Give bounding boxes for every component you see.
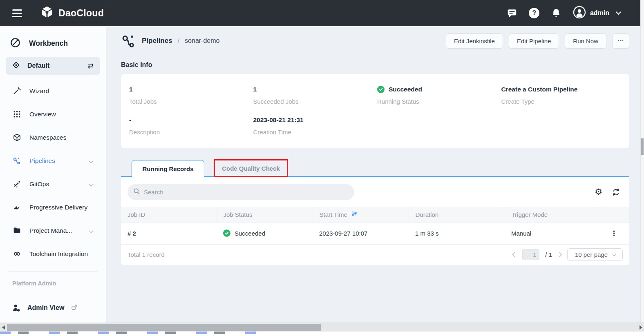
- main-content: Pipelines / sonar-demo Edit Jenkinsfile …: [106, 26, 644, 334]
- sidebar-item-gitops[interactable]: GitOps: [6, 172, 100, 196]
- start-time-cell: 2023-09-27 10:07: [313, 222, 409, 244]
- column-start-time[interactable]: Start Time: [313, 207, 409, 222]
- top-navbar: DaoCloud ?: [0, 0, 644, 26]
- settings-gear-icon[interactable]: ⚙: [595, 188, 602, 196]
- run-now-button[interactable]: Run Now: [565, 33, 606, 49]
- grid-dots-icon: [12, 110, 22, 118]
- horizontal-scrollbar-thumb[interactable]: [7, 324, 321, 331]
- help-icon[interactable]: ?: [529, 8, 540, 19]
- cube-icon: [12, 133, 22, 142]
- edit-pipeline-button[interactable]: Edit Pipeline: [509, 33, 559, 49]
- username: admin: [590, 9, 609, 17]
- duration-cell: 1 m 33 s: [409, 222, 505, 244]
- sidebar-item-admin-view[interactable]: Admin View: [6, 303, 100, 312]
- tab-running-records[interactable]: Running Records: [132, 160, 204, 177]
- refresh-icon[interactable]: [612, 188, 620, 196]
- scroll-left-arrow-icon[interactable]: [0, 323, 7, 332]
- chevron-down-icon: [616, 9, 621, 15]
- next-page-icon[interactable]: [557, 252, 562, 257]
- horizontal-scrollbar[interactable]: [0, 323, 644, 332]
- page-count: / 1: [545, 251, 552, 258]
- sidebar-item-project-management[interactable]: Project Mana...: [6, 219, 100, 242]
- tabs: Running Records Code Quality Check: [121, 159, 629, 176]
- vertical-scrollbar-thumb[interactable]: [641, 138, 644, 155]
- stat-create-type: Create a Custom Pipeline Create Type: [501, 85, 626, 105]
- chat-icon[interactable]: [507, 8, 518, 19]
- switch-workspace-icon[interactable]: ⇄: [88, 62, 94, 70]
- chevron-down-icon: [89, 228, 93, 233]
- brand-name: DaoCloud: [58, 8, 104, 19]
- navbar-actions: ? admin: [507, 6, 620, 20]
- workspace-name: Default: [27, 62, 88, 69]
- column-duration[interactable]: Duration: [409, 207, 505, 222]
- success-check-icon: [377, 86, 385, 93]
- admin-user-icon: [11, 303, 21, 312]
- column-actions: [599, 207, 629, 222]
- breadcrumb-separator: /: [178, 37, 179, 45]
- status-badge: Succeeded: [235, 230, 265, 237]
- column-trigger-mode[interactable]: Trigger Mode: [505, 207, 599, 222]
- per-page-select[interactable]: 10 per page: [567, 248, 623, 261]
- menu-hamburger-icon[interactable]: [12, 9, 22, 17]
- records-table: Job ID Job Status Start Time: [121, 207, 629, 245]
- success-check-icon: [223, 229, 230, 237]
- sidebar: Workbench Default ⇄: [0, 26, 106, 334]
- basic-info-title: Basic Info: [121, 61, 629, 69]
- sidebar-item-progressive-delivery[interactable]: Progressive Delivery: [6, 196, 100, 219]
- basic-info-card: 1 Total Jobs 1 Succeeded Jobs Succeeded …: [121, 74, 629, 148]
- sidebar-section-workbench[interactable]: Workbench: [10, 37, 100, 50]
- edit-jenkinsfile-button[interactable]: Edit Jenkinsfile: [446, 33, 503, 49]
- folder-icon: [12, 226, 22, 235]
- stat-running-status: Succeeded Running Status: [377, 85, 501, 105]
- vertical-scrollbar[interactable]: [640, 0, 644, 323]
- rocket-icon: [12, 180, 22, 188]
- sidebar-item-namespaces[interactable]: Namespaces: [6, 126, 100, 149]
- search-box[interactable]: [127, 184, 354, 200]
- page-number-input[interactable]: [522, 249, 539, 260]
- user-menu[interactable]: admin: [573, 6, 620, 20]
- stat-creation-time: 2023-08-21 21:31 Creation Time: [253, 116, 378, 136]
- breadcrumb: Pipelines / sonar-demo: [121, 33, 219, 49]
- scroll-right-arrow-icon[interactable]: [637, 323, 644, 332]
- prev-page-icon[interactable]: [512, 252, 517, 257]
- app-window: DaoCloud ?: [0, 0, 644, 334]
- pipelines-icon: [121, 33, 136, 49]
- sidebar-item-wizard[interactable]: Wizard: [6, 79, 100, 102]
- external-link-icon: [71, 304, 78, 312]
- notification-bell-icon[interactable]: [551, 8, 562, 19]
- bird-icon: [12, 203, 22, 212]
- trigger-mode-cell: Manual: [505, 222, 599, 244]
- column-job-id[interactable]: Job ID: [121, 207, 217, 222]
- column-job-status[interactable]: Job Status: [217, 207, 313, 222]
- job-status-cell: Succeeded: [217, 222, 313, 244]
- table-row[interactable]: # 2 Succeeded 2023-09-27 10:07: [121, 222, 629, 244]
- workspace-selector-default[interactable]: Default ⇄: [6, 57, 100, 75]
- chevron-down-icon: [612, 252, 616, 256]
- running-records-panel: ⚙: [121, 176, 629, 265]
- tab-code-quality-check[interactable]: Code Quality Check: [214, 159, 288, 177]
- row-kebab-menu-icon[interactable]: ⋮: [606, 229, 622, 237]
- row-actions-cell: ⋮: [599, 222, 629, 244]
- clipped-page-edge: [0, 332, 644, 334]
- more-actions-button[interactable]: •••: [612, 33, 629, 49]
- breadcrumb-root[interactable]: Pipelines: [142, 37, 172, 45]
- workspace-diamond-icon: [12, 61, 20, 71]
- platform-admin-section-label: Platform Admin: [12, 280, 100, 287]
- chevron-down-icon: [89, 182, 93, 186]
- header-actions: Edit Jenkinsfile Edit Pipeline Run Now •…: [446, 33, 629, 49]
- sort-descending-icon[interactable]: [351, 211, 358, 218]
- infinity-icon: ∞: [12, 249, 22, 258]
- sidebar-item-overview[interactable]: Overview: [6, 102, 100, 126]
- daocloud-logo-icon: [40, 5, 54, 21]
- job-id-cell[interactable]: # 2: [121, 222, 217, 244]
- search-icon: [133, 188, 140, 196]
- total-records-text: Total 1 record: [127, 251, 165, 258]
- brand[interactable]: DaoCloud: [40, 5, 104, 21]
- sidebar-item-pipelines[interactable]: Pipelines: [6, 149, 100, 172]
- pagination: / 1 10 per page: [513, 248, 623, 261]
- sidebar-item-toolchain-integration[interactable]: ∞ Toolchain Integration: [6, 242, 100, 265]
- workbench-label: Workbench: [29, 39, 68, 48]
- search-input[interactable]: [144, 189, 349, 196]
- wand-icon: [12, 87, 22, 95]
- avatar-icon: [573, 6, 586, 20]
